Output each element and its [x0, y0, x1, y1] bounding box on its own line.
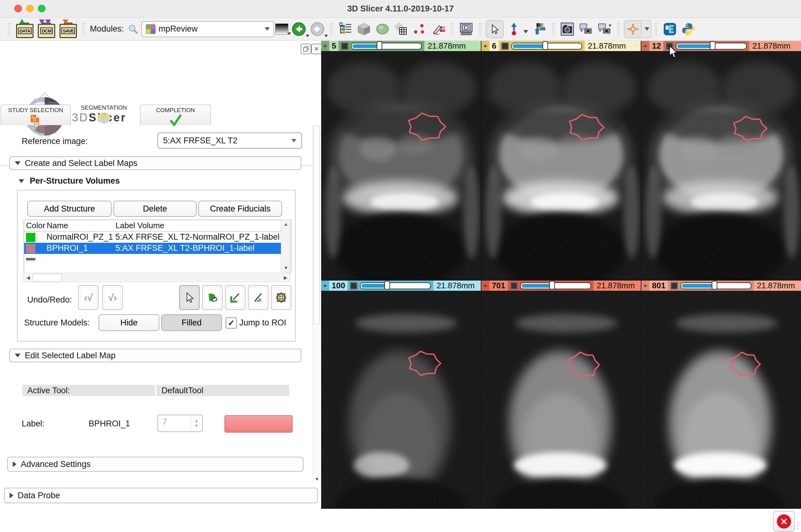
table-row-selected[interactable]: BPHROI_1 5:AX FRFSE_XL T2-BPHROI_1-label — [24, 243, 281, 254]
mouse-cursor — [669, 45, 679, 59]
load-data-button[interactable]: DATA — [16, 19, 34, 39]
pin-icon[interactable] — [321, 283, 329, 288]
pin-icon[interactable] — [481, 44, 490, 49]
place-fiducial-icon[interactable] — [506, 21, 522, 37]
tool-erase-button[interactable] — [202, 285, 222, 310]
screenshot-icon[interactable] — [560, 21, 575, 37]
python-console-icon[interactable] — [681, 21, 696, 37]
extensions-manager-icon[interactable] — [662, 21, 678, 37]
hide-button[interactable]: Hide — [98, 314, 159, 331]
slice-scale-label: 21.878mm — [433, 281, 480, 291]
module-search-icon[interactable] — [128, 24, 138, 34]
toolbar-separator — [7, 22, 11, 36]
volume-cube-icon[interactable] — [356, 21, 372, 37]
slice-menu-icon[interactable] — [350, 282, 358, 289]
slice-menu-icon[interactable] — [671, 282, 678, 289]
mri-image[interactable] — [321, 51, 481, 280]
tool-default-cursor-button[interactable] — [179, 285, 200, 310]
collapse-caret-icon[interactable] — [19, 179, 24, 183]
filled-button[interactable]: Filled — [161, 314, 222, 331]
toolbar-separator — [82, 22, 85, 36]
slider-handle[interactable] — [543, 41, 548, 50]
layout-selector-icon[interactable] — [458, 21, 474, 37]
scene-view-capture-icon[interactable] — [578, 21, 594, 37]
label-color-swatch[interactable] — [224, 415, 293, 433]
editor-pencil-icon[interactable] — [431, 21, 446, 37]
delete-button[interactable]: Delete — [113, 201, 197, 217]
tool-paint-button[interactable] — [248, 285, 269, 310]
tab-segmentation[interactable]: SEGMENTATION — [79, 102, 128, 123]
pin-icon[interactable] — [641, 283, 650, 288]
create-fiducials-button[interactable]: Create Fiducials — [198, 201, 282, 217]
tab-completion[interactable]: COMPLETION — [140, 104, 211, 125]
redo-button[interactable]: √› — [102, 285, 123, 310]
module-selector-combobox[interactable]: mpReview — [141, 21, 274, 37]
draw-icon — [230, 292, 241, 303]
slice-slider[interactable] — [511, 43, 582, 50]
slice-menu-icon[interactable] — [501, 42, 509, 50]
markups-fiducials-icon[interactable] — [412, 21, 427, 37]
reference-image-combobox[interactable]: 5:AX FRFSE_XL T2 — [158, 133, 302, 149]
mri-image[interactable] — [641, 291, 801, 508]
transform-grid-icon[interactable] — [394, 21, 409, 37]
slider-handle[interactable] — [377, 41, 382, 50]
crosshair-button[interactable] — [624, 20, 642, 38]
tab-study-selection[interactable]: STUDY SELECTION — [1, 104, 71, 125]
add-structure-button[interactable]: Add Structure — [27, 201, 112, 217]
pin-icon[interactable] — [321, 44, 329, 49]
slider-handle[interactable] — [710, 41, 715, 50]
mri-image[interactable] — [481, 51, 641, 280]
table-hscrollbar[interactable]: ◀ ▶ — [23, 273, 290, 282]
panel-scroll-thumb[interactable] — [313, 126, 320, 324]
window-level-icon[interactable] — [532, 21, 547, 37]
pin-icon[interactable] — [641, 44, 650, 49]
mri-image[interactable] — [321, 291, 481, 508]
save-button[interactable]: SAVE — [59, 19, 77, 39]
tool-draw-button[interactable] — [225, 285, 245, 310]
section-advanced-settings[interactable]: Advanced Settings — [7, 457, 304, 472]
slice-slider[interactable] — [676, 43, 747, 50]
section-data-probe[interactable]: Data Probe — [4, 488, 318, 503]
slice-menu-icon[interactable] — [341, 42, 348, 50]
module-list-icon[interactable] — [338, 21, 353, 37]
scene-view-restore-icon[interactable] — [597, 21, 612, 37]
dicom-button[interactable]: DCM — [37, 19, 55, 39]
mri-image[interactable] — [481, 291, 641, 508]
spinbox-arrows[interactable]: ▲▼ — [190, 415, 202, 431]
slice-slider[interactable] — [360, 282, 431, 289]
eraser-icon — [207, 292, 218, 303]
structure-color-swatch — [26, 244, 35, 253]
up-arrow-icon — [19, 19, 25, 24]
forward-button[interactable] — [310, 22, 325, 37]
slider-handle[interactable] — [549, 281, 555, 289]
slice-slider[interactable] — [351, 43, 422, 50]
label-value-spinbox[interactable]: 7 ▲▼ — [158, 415, 203, 432]
module-history-button[interactable] — [275, 23, 288, 35]
undo-button[interactable]: ‹√ — [78, 285, 98, 310]
mri-image[interactable] — [641, 51, 801, 280]
back-button[interactable] — [291, 22, 306, 37]
panel-close-button[interactable]: ✕ — [311, 44, 322, 54]
model-sphere-icon[interactable] — [375, 21, 390, 37]
chevron-down-icon[interactable] — [523, 30, 528, 34]
tool-grow-cut-button[interactable] — [271, 285, 291, 310]
slider-handle[interactable] — [384, 281, 390, 289]
panel-scrollbar[interactable]: ▼ — [312, 125, 320, 483]
table-row-partial[interactable] — [24, 254, 281, 264]
toolbar-separator — [330, 22, 333, 36]
table-row[interactable]: NormalROI_PZ_1 5:AX FRFSE_XL T2-NormalRO… — [24, 231, 281, 243]
table-vscrollbar[interactable]: ▲ ▼ — [281, 220, 290, 272]
crosshair-menu-button[interactable] — [643, 20, 651, 38]
slice-slider[interactable] — [680, 282, 751, 289]
hscroll-thumb[interactable] — [33, 274, 62, 282]
jump-to-roi-checkbox[interactable]: ✓ — [226, 318, 237, 328]
panel-float-button[interactable] — [301, 44, 311, 54]
slice-menu-icon[interactable] — [510, 282, 518, 289]
slice-slider[interactable] — [520, 282, 591, 289]
slider-handle[interactable] — [712, 281, 717, 289]
section-create-select-label-maps[interactable]: Create and Select Label Maps — [9, 156, 301, 170]
section-edit-selected-label-map[interactable]: Edit Selected Label Map — [9, 349, 301, 362]
slice-scale-label: 21.878mm — [754, 281, 801, 291]
pin-icon[interactable] — [481, 283, 490, 288]
mouse-interaction-button[interactable] — [486, 20, 504, 38]
